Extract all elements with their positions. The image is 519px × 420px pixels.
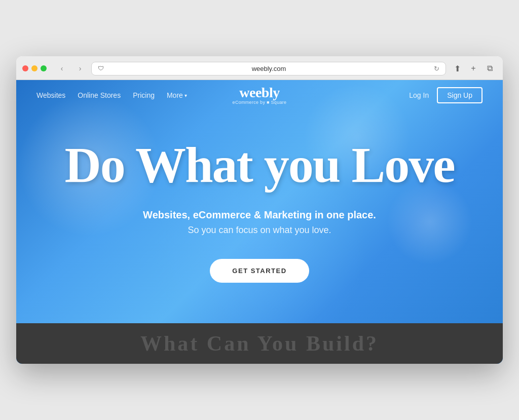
nav-online-stores[interactable]: Online Stores	[78, 91, 121, 99]
site-navbar: Websites Online Stores Pricing More ▾ we…	[16, 80, 503, 110]
maximize-button[interactable]	[41, 65, 47, 71]
nav-pricing[interactable]: Pricing	[133, 91, 155, 99]
hero-subtitle: Websites, eCommerce & Marketing in one p…	[36, 209, 483, 236]
footer-strip: What Can You Build?	[16, 323, 503, 364]
window-controls: ⬆ + ⧉	[450, 61, 497, 75]
nav-links: Websites Online Stores Pricing More ▾	[36, 91, 187, 99]
chevron-down-icon: ▾	[184, 93, 187, 98]
security-icon: 🛡	[98, 65, 104, 72]
hero-subtitle-light: So you can focus on what you love.	[36, 225, 483, 236]
duplicate-button[interactable]: ⧉	[483, 61, 497, 75]
hero-subtitle-mid-text: in one place.	[312, 209, 376, 220]
nav-auth: Log In Sign Up	[409, 87, 483, 103]
traffic-lights	[22, 65, 47, 71]
hero-subtitle-bold: Websites, eCommerce & Marketing in one p…	[36, 209, 483, 221]
signup-button[interactable]: Sign Up	[437, 87, 483, 103]
back-button[interactable]: ‹	[55, 61, 69, 75]
url-text: weebly.com	[108, 65, 430, 72]
logo-sub: eCommerce by ■ Square	[233, 100, 287, 105]
minimize-button[interactable]	[31, 65, 38, 71]
browser-chrome: ‹ › 🛡 weebly.com ↻ ⬆ + ⧉	[16, 56, 503, 80]
new-tab-button[interactable]: +	[466, 61, 480, 75]
footer-hint-text: What Can You Build?	[140, 331, 379, 356]
hero-headline: Do What you Love	[36, 141, 483, 189]
browser-titlebar: ‹ › 🛡 weebly.com ↻ ⬆ + ⧉	[22, 61, 497, 75]
address-bar[interactable]: 🛡 weebly.com ↻	[91, 62, 446, 75]
forward-button[interactable]: ›	[73, 61, 87, 75]
logo-text[interactable]: weebly	[233, 86, 287, 100]
nav-websites[interactable]: Websites	[36, 91, 65, 99]
share-button[interactable]: ⬆	[450, 61, 464, 75]
hero-subtitle-bold-text: Websites, eCommerce & Marketing	[143, 209, 312, 220]
refresh-button[interactable]: ↻	[434, 65, 439, 72]
browser-window: ‹ › 🛡 weebly.com ↻ ⬆ + ⧉ Websites Online…	[16, 56, 503, 364]
close-button[interactable]	[22, 65, 28, 71]
hero-section: Do What you Love Websites, eCommerce & M…	[16, 110, 503, 323]
login-button[interactable]: Log In	[409, 91, 429, 99]
nav-more[interactable]: More ▾	[167, 91, 187, 99]
website-content: Websites Online Stores Pricing More ▾ we…	[16, 80, 503, 364]
get-started-button[interactable]: GET STARTED	[210, 259, 309, 283]
site-logo: weebly eCommerce by ■ Square	[233, 86, 287, 105]
